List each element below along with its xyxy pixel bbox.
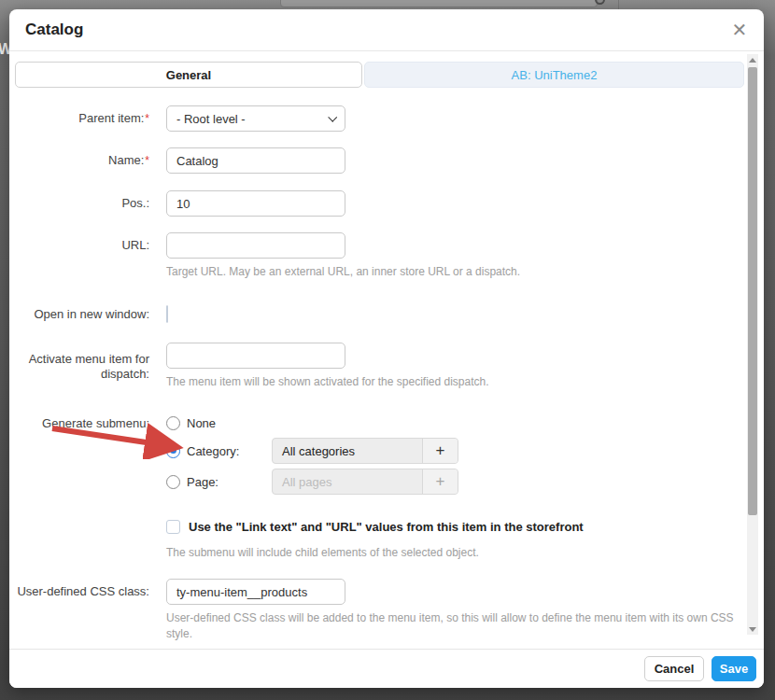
category-picker: All categories + (272, 438, 458, 464)
css-class-field[interactable] (166, 579, 345, 605)
tab-ab-unitheme2-label: AB: UniTheme2 (512, 68, 598, 82)
submenu-help-text: The submenu will include child elements … (166, 545, 745, 561)
catalog-dialog: Catalog ✕ General AB: UniTheme2 Parent i… (9, 9, 764, 688)
css-class-help-text: User-defined CSS class will be added to … (166, 610, 738, 642)
scrollbar-thumb[interactable] (748, 67, 757, 515)
dispatch-help-text: The menu item will be shown activated fo… (166, 374, 745, 390)
dialog-footer: Cancel Save (9, 649, 764, 688)
background-page-strip: Search... (0, 0, 775, 9)
save-button[interactable]: Save (712, 656, 756, 681)
open-new-window-label: Open in new window: (9, 307, 149, 322)
page-picker: All pages + (272, 469, 458, 495)
dialog-scrollbar[interactable] (747, 54, 758, 635)
generate-submenu-label: Generate submenu: (9, 414, 149, 431)
scrollbar-up-icon[interactable] (747, 54, 758, 65)
dialog-title: Catalog (25, 21, 83, 39)
none-radio-label: None (187, 416, 216, 430)
required-mark: * (145, 154, 149, 167)
url-row: URL: Target URL. May be an external URL,… (9, 232, 745, 280)
parent-item-row: Parent item:* - Root level - (9, 88, 745, 132)
parent-item-selected-value: - Root level - (176, 112, 246, 126)
storefront-values-checkbox[interactable] (166, 520, 180, 534)
divider (618, 0, 619, 9)
category-radio-label: Category: (187, 444, 239, 458)
name-label: Name: (108, 153, 144, 167)
storefront-checkbox-label: Use the "Link text" and "URL" values fro… (189, 520, 584, 534)
submenu-option-none: None (166, 414, 745, 431)
url-help-text: Target URL. May be an external URL, an i… (166, 264, 745, 280)
pos-row: Pos.: (9, 190, 745, 217)
submenu-help-row: The submenu will include child elements … (9, 545, 745, 561)
name-field[interactable] (166, 147, 345, 174)
name-row: Name:* (9, 147, 745, 174)
catalog-form: Parent item:* - Root level - Name:* Pos.… (9, 88, 745, 642)
add-page-button[interactable]: + (422, 469, 458, 494)
cancel-button[interactable]: Cancel (644, 656, 704, 681)
chevron-down-icon (328, 113, 337, 122)
tab-general[interactable]: General (15, 62, 362, 88)
parent-item-label: Parent item: (78, 111, 144, 125)
submenu-option-page: Page: All pages + (166, 469, 745, 495)
url-label: URL: (9, 232, 149, 253)
category-picker-value[interactable]: All categories (273, 439, 422, 463)
dispatch-field[interactable] (166, 343, 345, 369)
dispatch-label: Activate menu item for dispatch: (9, 352, 149, 382)
storefront-checkbox-row: Use the "Link text" and "URL" values fro… (9, 520, 745, 534)
page-radio[interactable] (166, 475, 180, 489)
required-mark: * (145, 112, 149, 125)
tab-ab-unitheme2[interactable]: AB: UniTheme2 (364, 62, 744, 88)
dispatch-row: Activate menu item for dispatch: The men… (9, 343, 745, 390)
css-class-row: User-defined CSS class: User-defined CSS… (9, 579, 745, 642)
parent-item-select[interactable]: - Root level - (166, 105, 345, 132)
tab-general-label: General (166, 68, 211, 82)
pos-field[interactable] (166, 190, 345, 217)
scrollbar-down-icon[interactable] (747, 623, 758, 635)
tab-bar: General AB: UniTheme2 (9, 62, 764, 88)
page-radio-label: Page: (187, 475, 218, 489)
generate-submenu-row: Generate submenu: None Category: All cat… (9, 414, 745, 495)
open-new-window-checkbox[interactable] (166, 305, 168, 323)
submenu-option-category: Category: All categories + (166, 438, 745, 464)
dialog-header: Catalog ✕ (9, 9, 764, 51)
page-picker-value[interactable]: All pages (273, 469, 422, 494)
none-radio[interactable] (166, 416, 180, 430)
close-icon[interactable]: ✕ (727, 18, 752, 42)
css-class-label: User-defined CSS class: (9, 579, 149, 599)
open-new-window-row: Open in new window: (9, 306, 745, 323)
add-category-button[interactable]: + (422, 439, 458, 463)
category-radio[interactable] (166, 444, 180, 458)
pos-label: Pos.: (9, 196, 149, 211)
background-search-input: Search... (280, 0, 598, 7)
url-field[interactable] (166, 232, 345, 259)
